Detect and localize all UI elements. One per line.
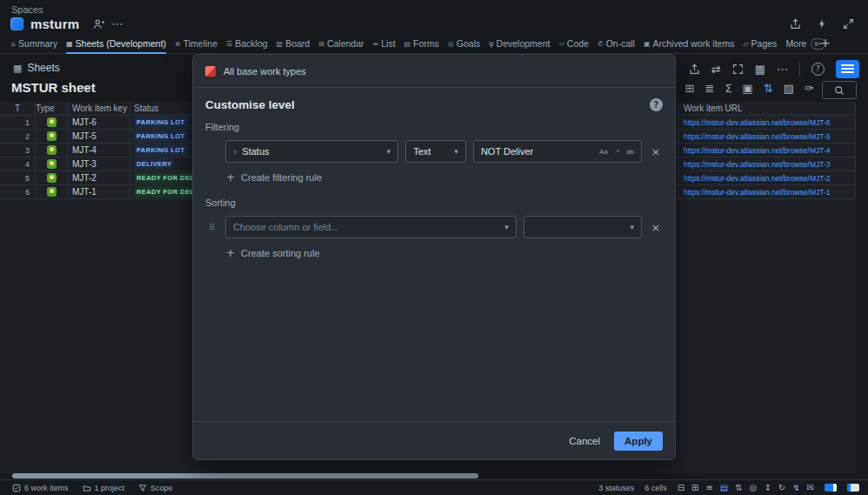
row-number[interactable]: 6 <box>0 185 36 198</box>
sort-direction-select[interactable]: ▾ <box>524 216 642 238</box>
sort-column-select[interactable]: Choose column or field... ▾ <box>225 216 517 238</box>
tab-list[interactable]: ≡List <box>373 35 396 54</box>
columns-icon[interactable]: ▦ <box>755 64 765 75</box>
tab-pages[interactable]: ▱Pages <box>743 35 777 54</box>
mail-icon[interactable]: ✉ <box>807 483 814 492</box>
url-link[interactable]: https://mstur-dev.atlassian.net/browse/M… <box>684 146 831 155</box>
tab-on-call[interactable]: ✆On-call <box>598 35 635 54</box>
url-link[interactable]: https://mstur-dev.atlassian.net/browse/M… <box>684 118 831 127</box>
project-count[interactable]: 1 project <box>83 484 125 492</box>
tab-timeline[interactable]: ≋Timeline <box>175 35 217 54</box>
url-column-header[interactable]: Work item URL <box>679 102 856 115</box>
expand-icon[interactable] <box>843 18 854 30</box>
row-number[interactable]: 5 <box>0 171 36 184</box>
work-item-key-cell[interactable]: MJT-3 <box>68 157 130 171</box>
fullscreen-icon[interactable] <box>732 64 744 75</box>
filter-field-select[interactable]: › Status ▾ <box>225 140 398 163</box>
url-link[interactable]: https://mstur-dev.atlassian.net/browse/M… <box>684 132 831 141</box>
sheet-filter-icon[interactable] <box>81 84 92 95</box>
sort-rows-icon[interactable]: ⇅ <box>735 483 742 492</box>
sum-icon[interactable]: Σ <box>724 83 731 94</box>
sheets-logo[interactable] <box>836 60 859 78</box>
remove-sort-button[interactable]: × <box>649 221 663 234</box>
export-icon[interactable] <box>689 64 700 75</box>
work-type-cell[interactable] <box>36 171 68 184</box>
tab-board[interactable]: ▥Board <box>277 35 310 54</box>
url-link[interactable]: https://mstur-dev.atlassian.net/browse/M… <box>684 160 831 169</box>
work-item-url-cell[interactable]: https://mstur-dev.atlassian.net/browse/M… <box>679 185 856 198</box>
work-item-key-cell[interactable]: MJT-5 <box>68 130 130 143</box>
work-item-key-cell[interactable]: MJT-4 <box>68 144 130 157</box>
expand-rows-icon[interactable]: ⊞ <box>691 483 698 492</box>
sort-filter-icon[interactable]: ⇅ <box>764 83 773 94</box>
work-types-selector[interactable]: All base work types <box>193 55 675 88</box>
remove-filter-button[interactable]: × <box>649 145 663 158</box>
tab-archived-work-items[interactable]: ▣Archived work items <box>644 35 735 54</box>
row-number[interactable]: 4 <box>0 157 36 171</box>
row-height-icon[interactable]: ▤ <box>720 483 728 492</box>
tab-sheets-development[interactable]: ▦Sheets (Development) <box>66 35 166 54</box>
row-density-icon[interactable]: ≡ <box>705 483 712 492</box>
work-type-cell[interactable] <box>36 144 68 157</box>
work-type-cell[interactable] <box>36 130 68 143</box>
work-item-key-cell[interactable]: MJT-1 <box>68 185 130 198</box>
create-filtering-rule-button[interactable]: + Create filtering rule <box>226 171 663 184</box>
swap-icon[interactable]: ⇄ <box>711 64 721 75</box>
work-item-key-cell[interactable]: MJT-2 <box>68 171 130 184</box>
create-sorting-rule-button[interactable]: + Create sorting rule <box>226 247 663 259</box>
tab-summary[interactable]: ⌂Summary <box>11 35 57 54</box>
help-icon[interactable]: ? <box>811 63 825 76</box>
work-type-cell[interactable] <box>36 157 68 171</box>
tab-calendar[interactable]: ⊞Calendar <box>318 35 364 54</box>
work-item-url-cell[interactable]: https://mstur-dev.atlassian.net/browse/M… <box>679 157 856 171</box>
work-item-key-cell[interactable]: MJT-6 <box>68 116 130 129</box>
breadcrumb[interactable]: Spaces <box>11 4 43 15</box>
invite-people-button[interactable] <box>93 18 104 30</box>
numbered-list-icon[interactable]: ≣ <box>704 83 714 94</box>
url-link[interactable]: https://mstur-dev.atlassian.net/browse/M… <box>684 174 831 183</box>
work-item-url-cell[interactable]: https://mstur-dev.atlassian.net/browse/M… <box>679 144 856 157</box>
collapse-rows-icon[interactable]: ⊟ <box>678 483 684 492</box>
work-item-url-cell[interactable]: https://mstur-dev.atlassian.net/browse/M… <box>679 171 856 184</box>
row-number[interactable]: 1 <box>0 116 36 129</box>
share-icon[interactable] <box>790 18 801 30</box>
target-icon[interactable]: ◎ <box>750 483 758 492</box>
tab-goals[interactable]: ◎Goals <box>448 35 480 54</box>
scope-toggle[interactable]: Scope <box>138 484 173 492</box>
work-items-count[interactable]: 6 work items <box>12 484 69 492</box>
add-tab-button[interactable]: + <box>820 37 831 49</box>
regex-icon[interactable]: .* <box>613 147 621 157</box>
dialog-help-icon[interactable]: ? <box>650 98 663 111</box>
resize-icon[interactable]: ↕ <box>764 483 771 492</box>
merge-cells-icon[interactable]: ⊞ <box>685 83 695 94</box>
cancel-button[interactable]: Cancel <box>560 431 609 451</box>
filter-operator-select[interactable]: Text ▾ <box>405 140 466 163</box>
horizontal-scrollbar[interactable] <box>12 473 478 478</box>
sheets-selector-button[interactable]: ▦ Sheets <box>9 60 64 76</box>
type-column-header[interactable]: Type <box>36 102 68 115</box>
project-more-button[interactable]: ⋯ <box>111 18 123 30</box>
drag-handle-icon[interactable]: ⠿ <box>205 223 218 232</box>
work-item-url-cell[interactable]: https://mstur-dev.atlassian.net/browse/M… <box>679 130 856 143</box>
apply-button[interactable]: Apply <box>614 431 663 451</box>
automation-icon[interactable] <box>817 18 827 30</box>
right-panel-toggle[interactable] <box>847 484 859 492</box>
tab-forms[interactable]: ▤Forms <box>404 35 439 54</box>
whole-word-icon[interactable]: ab <box>624 147 636 157</box>
flash-icon[interactable]: ↯ <box>792 483 799 492</box>
row-number[interactable]: 2 <box>0 130 36 143</box>
work-type-cell[interactable] <box>36 185 68 198</box>
checkbox-column-icon[interactable]: ▣ <box>743 83 753 94</box>
fill-color-icon[interactable]: ▨ <box>784 83 794 94</box>
work-item-url-cell[interactable]: https://mstur-dev.atlassian.net/browse/M… <box>679 116 856 129</box>
key-column-header[interactable]: Work item key <box>68 102 130 115</box>
more-actions-icon[interactable]: ⋯ <box>777 64 788 75</box>
refresh-icon[interactable]: ↻ <box>778 483 785 492</box>
tab-code[interactable]: ‹›Code <box>558 35 589 54</box>
corner-header[interactable]: T <box>0 102 36 115</box>
tab-development[interactable]: ψDevelopment <box>489 35 550 54</box>
match-case-icon[interactable]: Aa <box>598 147 610 157</box>
left-panel-toggle[interactable] <box>825 484 837 492</box>
url-link[interactable]: https://mstur-dev.atlassian.net/browse/M… <box>684 188 831 197</box>
tab-backlog[interactable]: ☰Backlog <box>226 35 268 54</box>
